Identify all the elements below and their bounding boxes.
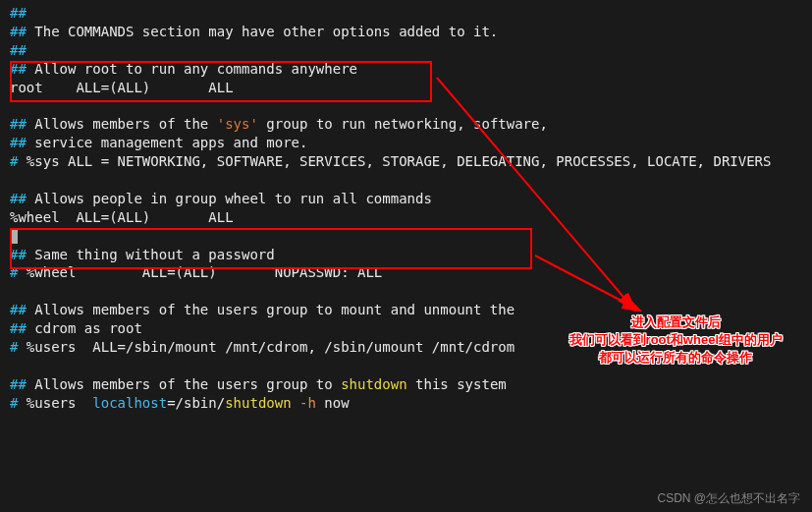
cursor-icon <box>10 229 18 244</box>
commented-rule: # %users localhost=/sbin/shutdown -h now <box>10 394 802 413</box>
comment-line: ## Allow root to run any commands anywhe… <box>10 60 802 79</box>
comment-line: ## service management apps and more. <box>10 134 802 152</box>
sudoers-rule-root: root ALL=(ALL) ALL <box>10 79 802 97</box>
annotation-line: 我们可以看到root和wheel组中的用户 <box>569 331 783 349</box>
comment-line: ## <box>10 41 802 60</box>
watermark-text: CSDN @怎么也想不出名字 <box>657 490 800 506</box>
annotation-line: 都可以运行所有的命令操作 <box>569 349 783 367</box>
comment-line: ## Allows people in group wheel to run a… <box>10 190 802 208</box>
comment-line: ## Same thing without a password <box>10 246 802 264</box>
comment-line: ## Allows members of the 'sys' group to … <box>10 115 802 134</box>
commented-rule: # %sys ALL = NETWORKING, SOFTWARE, SERVI… <box>10 152 802 171</box>
annotation-text: 进入配置文件后 我们可以看到root和wheel组中的用户 都可以运行所有的命令… <box>569 313 783 368</box>
comment-line: ## <box>10 4 802 23</box>
comment-line: ## Allows members of the users group to … <box>10 375 802 394</box>
sudoers-rule-wheel: %wheel ALL=(ALL) ALL <box>10 208 802 227</box>
cursor-line <box>10 227 802 246</box>
blank-line <box>10 96 802 115</box>
commented-rule: # %wheel ALL=(ALL) NOPASSWD: ALL <box>10 263 802 282</box>
blank-line <box>10 282 802 301</box>
comment-line: ## The COMMANDS section may have other o… <box>10 23 802 41</box>
blank-line <box>10 171 802 190</box>
annotation-line: 进入配置文件后 <box>569 313 783 331</box>
